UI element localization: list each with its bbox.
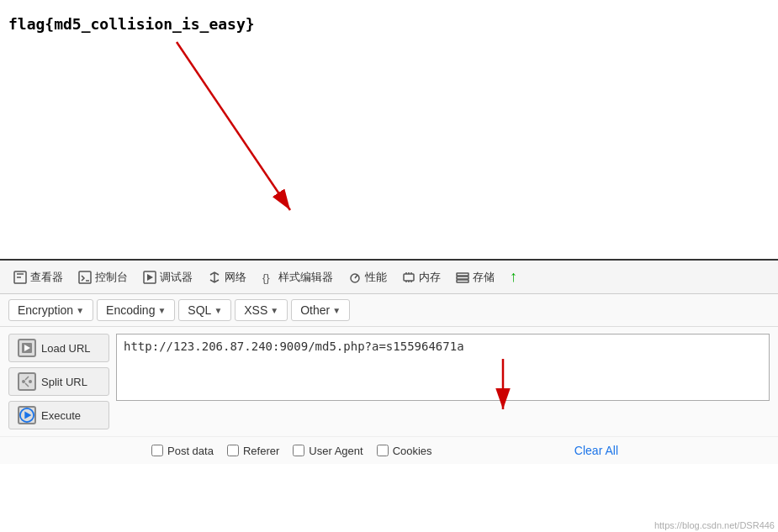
devtools-console-btn[interactable]: 控制台 [71,266,135,288]
post-data-checkbox-item[interactable]: Post data [151,445,214,457]
svg-rect-11 [457,280,468,282]
xss-chevron: ▼ [270,306,278,315]
style-editor-label: 样式编辑器 [278,270,333,285]
devtools-debugger-btn[interactable]: 调试器 [136,266,199,288]
network-icon [208,271,221,284]
svg-line-1 [177,42,290,210]
svg-rect-8 [404,274,414,281]
svg-text:{}: {} [262,271,270,284]
style-editor-icon: {} [262,271,275,284]
post-data-label: Post data [167,445,214,457]
watermark: https://blog.csdn.net/DSR446 [654,520,775,530]
url-input-container: http://123.206.87.240:9009/md5.php?a=s15… [116,334,770,404]
performance-label: 性能 [365,270,387,285]
devtools-extra-btn[interactable]: ↑ [503,265,524,289]
debugger-label: 调试器 [160,270,193,285]
svg-marker-5 [147,274,153,281]
svg-marker-17 [24,412,31,419]
user-agent-label: User Agent [309,445,363,457]
execute-icon [18,406,36,424]
extra-icon: ↑ [510,268,517,286]
user-agent-checkbox[interactable] [293,445,304,456]
cookies-checkbox-item[interactable]: Cookies [377,445,432,457]
svg-point-15 [29,380,32,383]
encoding-chevron: ▼ [157,306,166,315]
performance-icon [348,271,362,284]
other-label: Other [300,303,330,317]
inspector-label: 查看器 [30,270,63,285]
encryption-label: Encryption [18,303,73,317]
memory-label: 内存 [419,270,441,285]
devtools-performance-btn[interactable]: 性能 [341,266,394,288]
sql-menu[interactable]: SQL ▼ [178,299,231,321]
split-url-icon [18,372,36,391]
console-icon [78,271,92,284]
url-input[interactable]: http://123.206.87.240:9009/md5.php?a=s15… [116,334,770,401]
encoding-menu[interactable]: Encoding ▼ [97,299,175,321]
load-url-label: Load URL [41,342,91,355]
xss-menu[interactable]: XSS ▼ [235,299,288,321]
svg-point-14 [22,380,25,383]
url-buttons: Load URL Split URL Execute [8,334,109,429]
clear-all-button[interactable]: Clear All [574,444,618,457]
top-content-area: flag{md5_collision_is_easy} [0,0,778,261]
annotation-arrow [126,34,311,227]
load-url-button[interactable]: Load URL [8,334,109,362]
xss-label: XSS [244,303,267,317]
devtools-network-btn[interactable]: 网络 [201,266,253,288]
network-label: 网络 [225,270,246,285]
debugger-icon [143,271,156,284]
devtools-memory-btn[interactable]: 内存 [395,266,447,288]
hackbar-area: Encryption ▼ Encoding ▼ SQL ▼ XSS ▼ Othe… [0,294,778,464]
console-label: 控制台 [95,270,128,285]
svg-rect-10 [457,277,468,279]
devtools-storage-btn[interactable]: 存储 [449,266,501,288]
other-menu[interactable]: Other ▼ [291,299,350,321]
other-chevron: ▼ [332,306,341,315]
devtools-style-editor-btn[interactable]: {} 样式编辑器 [255,266,340,288]
split-url-label: Split URL [41,376,87,388]
devtools-inspector-btn[interactable]: 查看器 [7,266,70,288]
referer-checkbox[interactable] [227,445,239,456]
svg-rect-3 [79,271,91,283]
sql-label: SQL [188,303,211,317]
storage-label: 存储 [473,270,495,285]
execute-button[interactable]: Execute [8,401,109,429]
url-area: Load URL Split URL Execute http://123.20… [0,327,778,436]
storage-icon [456,271,469,284]
referer-checkbox-item[interactable]: Referer [227,445,279,457]
inspector-icon [13,271,27,284]
svg-rect-9 [457,273,468,276]
sql-chevron: ▼ [214,306,222,315]
cookies-label: Cookies [393,445,432,457]
split-url-button[interactable]: Split URL [8,367,109,396]
memory-icon [402,271,415,284]
encryption-menu[interactable]: Encryption ▼ [8,299,93,321]
bottom-bar: Post data Referer User Agent Cookies Cle… [0,436,778,464]
execute-label: Execute [41,409,81,422]
referer-label: Referer [243,445,279,457]
cookies-checkbox[interactable] [377,445,389,456]
menu-bar: Encryption ▼ Encoding ▼ SQL ▼ XSS ▼ Othe… [0,294,778,327]
encryption-chevron: ▼ [76,306,84,315]
flag-text: flag{md5_collision_is_easy} [8,15,255,33]
encoding-label: Encoding [106,303,155,317]
load-url-icon [18,339,36,357]
devtools-toolbar: 查看器 控制台 调试器 网络 {} 样式编辑器 性能 内存 [0,261,778,294]
user-agent-checkbox-item[interactable]: User Agent [293,445,363,457]
post-data-checkbox[interactable] [151,445,163,456]
